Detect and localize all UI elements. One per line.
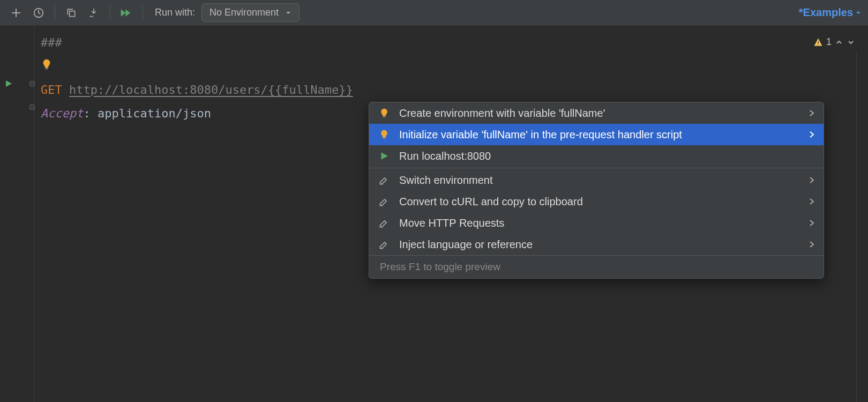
svg-rect-1 xyxy=(70,11,75,16)
pencil-icon xyxy=(379,218,390,228)
add-button[interactable] xyxy=(6,3,26,23)
menu-item-label: Initialize variable 'fullName' in the pr… xyxy=(399,129,800,141)
pencil-icon xyxy=(379,196,390,207)
chevron-down-icon xyxy=(285,10,291,16)
menu-item-label: Move HTTP Requests xyxy=(399,217,800,229)
menu-item-icon xyxy=(378,195,391,208)
menu-item[interactable]: Inject language or reference xyxy=(369,234,824,255)
chevron-down-icon xyxy=(855,10,862,16)
intention-menu: Create environment with variable 'fullNa… xyxy=(369,102,824,279)
examples-link[interactable]: *Examples xyxy=(799,6,862,19)
toolbar-separator xyxy=(143,6,143,20)
import-button[interactable] xyxy=(84,3,103,23)
lightbulb-icon xyxy=(41,58,53,70)
lightbulb-icon xyxy=(379,129,390,140)
menu-footer: Press F1 to toggle preview xyxy=(369,255,824,278)
run-gutter-icon[interactable] xyxy=(4,79,13,90)
menu-item-icon xyxy=(378,174,391,187)
menu-item-label: Create environment with variable 'fullNa… xyxy=(399,107,800,120)
request-url: http://localhost:8080/users/{{fullName}} xyxy=(69,83,353,96)
menu-item-icon xyxy=(378,107,391,120)
history-button[interactable] xyxy=(29,3,48,23)
toolbar-separator xyxy=(55,6,55,20)
editor-right-gutter xyxy=(856,51,868,402)
run-icon xyxy=(379,151,389,161)
environment-value: No Environment xyxy=(209,7,279,18)
menu-item-label: Run localhost:8080 xyxy=(399,150,815,162)
menu-item-label: Inject language or reference xyxy=(399,239,800,251)
svg-rect-5 xyxy=(383,117,386,118)
menu-item-icon xyxy=(378,217,391,229)
chevron-right-icon xyxy=(809,196,815,208)
run-all-button[interactable] xyxy=(117,3,136,23)
pencil-icon xyxy=(379,239,390,250)
menu-item-icon xyxy=(378,128,391,141)
import-icon xyxy=(88,8,99,18)
copy-button[interactable] xyxy=(62,3,81,23)
environment-dropdown[interactable]: No Environment xyxy=(201,3,300,22)
warning-count: 1 xyxy=(826,36,832,48)
toolbar-separator xyxy=(110,6,110,20)
menu-item-icon xyxy=(378,238,391,251)
gutter xyxy=(0,26,34,402)
plus-icon xyxy=(11,8,21,18)
warning-badge[interactable]: 1 xyxy=(813,36,855,48)
svg-rect-2 xyxy=(45,68,48,69)
menu-item-icon xyxy=(378,150,391,162)
run-with-label: Run with: xyxy=(155,7,195,18)
http-method: GET xyxy=(41,83,62,96)
menu-item[interactable]: Run localhost:8080 xyxy=(369,145,824,167)
svg-rect-3 xyxy=(818,41,819,43)
lightbulb-icon xyxy=(379,108,390,118)
chevron-right-icon xyxy=(809,129,815,141)
header-name: Accept xyxy=(41,107,83,120)
chevron-down-icon[interactable] xyxy=(847,38,855,47)
pencil-icon xyxy=(379,175,390,185)
menu-item[interactable]: Move HTTP Requests xyxy=(369,212,824,234)
run-icon xyxy=(4,79,13,88)
header-value: application/json xyxy=(98,107,211,120)
menu-item[interactable]: Switch environment xyxy=(369,169,824,191)
run-all-icon xyxy=(120,7,133,19)
chevron-right-icon xyxy=(809,217,815,229)
warning-icon xyxy=(813,38,823,47)
clock-icon xyxy=(33,7,44,19)
chevron-right-icon xyxy=(809,107,815,120)
menu-item[interactable]: Convert to cURL and copy to clipboard xyxy=(369,191,824,212)
copy-icon xyxy=(66,8,77,18)
chevron-up-icon[interactable] xyxy=(835,38,843,47)
chevron-right-icon xyxy=(809,174,815,187)
chevron-right-icon xyxy=(809,239,815,251)
request-separator: ### xyxy=(41,36,62,49)
svg-rect-6 xyxy=(383,138,386,139)
menu-item-label: Convert to cURL and copy to clipboard xyxy=(399,196,800,208)
intention-bulb[interactable] xyxy=(41,55,53,78)
menu-item[interactable]: Initialize variable 'fullName' in the pr… xyxy=(369,124,824,145)
examples-label: *Examples xyxy=(799,6,853,19)
toolbar: Run with: No Environment *Examples xyxy=(0,0,868,26)
menu-separator xyxy=(369,168,824,168)
svg-rect-4 xyxy=(818,44,819,45)
menu-item-label: Switch environment xyxy=(399,174,800,187)
menu-item[interactable]: Create environment with variable 'fullNa… xyxy=(369,102,824,124)
